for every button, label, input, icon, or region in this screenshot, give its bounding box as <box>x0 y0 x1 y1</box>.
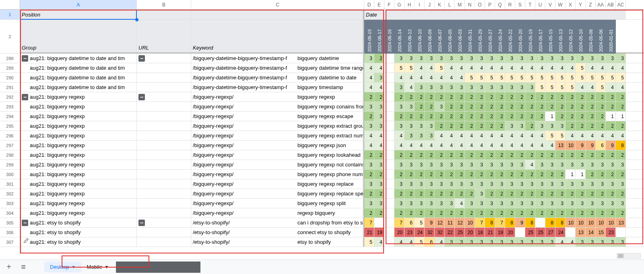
rank-value-cell[interactable]: 2 <box>555 102 566 111</box>
rank-value-cell[interactable]: 4 <box>435 237 445 247</box>
rank-value-cell[interactable]: 3 <box>415 179 425 189</box>
rank-value-cell[interactable]: 3 <box>455 54 465 63</box>
collapse-group-button[interactable]: − <box>22 55 28 62</box>
url-cell[interactable]: − <box>137 54 191 63</box>
rank-value-cell[interactable]: 2 <box>545 170 555 179</box>
rank-value-cell[interactable]: 3 <box>394 83 405 92</box>
collapse-url-button[interactable]: − <box>138 220 145 226</box>
rank-value-cell[interactable]: 3 <box>374 112 384 121</box>
rank-value-cell[interactable]: 4 <box>505 63 515 73</box>
rank-value-cell[interactable]: 2 <box>525 102 535 111</box>
rank-value-cell[interactable]: 3 <box>475 199 485 208</box>
url-cell[interactable] <box>137 83 191 92</box>
rank-value-cell[interactable]: 3 <box>576 54 586 63</box>
row-header-304[interactable]: 304 <box>0 208 20 218</box>
rank-value-cell[interactable]: 3 <box>505 160 515 169</box>
rank-value-cell[interactable]: 2 <box>505 102 515 111</box>
edit-pencil-icon[interactable] <box>23 237 30 244</box>
rank-value-cell[interactable]: 2 <box>425 208 435 218</box>
date-column-header[interactable]: 2024-05-12 <box>566 20 576 54</box>
all-sheets-menu-button[interactable]: ≡ <box>18 262 29 273</box>
row-header-293[interactable]: 293 <box>0 102 20 112</box>
rank-value-cell[interactable]: 2 <box>505 189 515 198</box>
collapse-url-button[interactable]: − <box>138 94 145 100</box>
url-cell[interactable] <box>137 189 191 198</box>
rank-value-cell[interactable]: 5 <box>525 73 535 82</box>
rank-value-cell[interactable]: 3 <box>525 179 535 189</box>
rank-value-cell[interactable]: 2 <box>586 150 596 160</box>
rank-value-cell[interactable]: 2 <box>535 112 545 121</box>
url-cell[interactable]: − <box>137 218 191 227</box>
url-cell[interactable] <box>137 179 191 189</box>
rank-value-cell[interactable]: 2 <box>364 189 374 198</box>
rank-value-cell[interactable]: 2 <box>445 121 455 131</box>
rank-value-cell[interactable]: 3 <box>545 160 555 169</box>
rank-value-cell[interactable]: 3 <box>435 102 445 111</box>
rank-value-cell[interactable]: 3 <box>555 199 566 208</box>
rank-value-cell[interactable]: 3 <box>485 83 495 92</box>
rank-value-cell[interactable]: 4 <box>616 83 626 92</box>
col-header-k[interactable]: K <box>435 0 445 9</box>
rank-value-cell[interactable]: 4 <box>455 199 465 208</box>
rank-value-cell[interactable]: 7 <box>475 218 485 227</box>
rank-value-cell[interactable]: 3 <box>475 179 485 189</box>
position-header-cell[interactable]: Position <box>20 10 137 19</box>
collapse-group-button[interactable]: − <box>22 220 28 226</box>
rank-value-cell[interactable]: 4 <box>455 73 465 82</box>
rank-value-cell[interactable]: 2 <box>394 92 405 102</box>
rank-value-cell[interactable]: 3 <box>465 83 475 92</box>
url-cell[interactable] <box>137 131 191 140</box>
rank-value-cell[interactable]: 3 <box>586 160 596 169</box>
rank-value-cell[interactable]: 3 <box>435 83 445 92</box>
rank-value-cell[interactable]: 2 <box>596 189 606 198</box>
rank-value-cell[interactable]: 2 <box>616 92 626 102</box>
rank-value-cell[interactable]: 2 <box>485 189 495 198</box>
date-column-header[interactable]: 2024-06-19 <box>364 20 374 54</box>
row-header-291[interactable]: 291 <box>0 83 20 92</box>
row-header-288[interactable]: 288 <box>0 54 20 63</box>
rank-value-cell[interactable]: 3 <box>555 54 566 63</box>
rank-value-cell[interactable]: 15 <box>596 228 606 237</box>
rank-value-cell[interactable]: 3 <box>445 237 455 247</box>
rank-value-cell[interactable] <box>384 141 394 150</box>
rank-value-cell[interactable]: 2 <box>566 208 576 218</box>
rank-value-cell[interactable]: 3 <box>425 199 435 208</box>
rank-value-cell[interactable]: 4 <box>535 131 545 140</box>
rank-value-cell[interactable]: 2 <box>535 150 545 160</box>
rank-value-cell[interactable]: 19 <box>495 228 505 237</box>
rank-value-cell[interactable]: 22 <box>445 228 455 237</box>
group-cell[interactable]: aug21: bigquery regexp <box>20 189 137 198</box>
rank-value-cell[interactable]: 3 <box>405 131 415 140</box>
rank-value-cell[interactable]: 4 <box>455 141 465 150</box>
group-cell[interactable]: aug21: bigquery regexp <box>20 150 137 160</box>
rank-value-cell[interactable]: 3 <box>425 121 435 131</box>
rank-value-cell[interactable]: 2 <box>525 170 535 179</box>
rank-value-cell[interactable]: 2 <box>515 112 525 121</box>
rank-value-cell[interactable] <box>384 73 394 82</box>
rank-value-cell[interactable]: 2 <box>445 208 455 218</box>
rank-value-cell[interactable]: 2 <box>465 150 475 160</box>
rank-value-cell[interactable]: 3 <box>445 199 455 208</box>
caret-down-icon[interactable]: ▼ <box>72 265 76 269</box>
rank-value-cell[interactable]: 4 <box>405 141 415 150</box>
rank-value-cell[interactable]: 2 <box>586 102 596 111</box>
rank-value-cell[interactable]: 3 <box>364 54 374 63</box>
col-header-o[interactable]: O <box>475 0 485 9</box>
collapse-group-button[interactable]: − <box>22 94 28 100</box>
date-column-header[interactable]: 2024-06-16 <box>384 20 394 54</box>
rank-value-cell[interactable]: 19 <box>374 228 384 237</box>
rank-value-cell[interactable]: 2 <box>465 170 475 179</box>
rank-value-cell[interactable]: 2 <box>415 208 425 218</box>
rank-value-cell[interactable] <box>384 208 394 218</box>
rank-value-cell[interactable]: 2 <box>576 112 586 121</box>
rank-value-cell[interactable]: 3 <box>415 199 425 208</box>
rank-value-cell[interactable]: 3 <box>535 199 545 208</box>
rank-value-cell[interactable]: 3 <box>576 237 586 247</box>
group-cell[interactable]: −aug21: etsy to shopify <box>20 218 137 227</box>
rank-value-cell[interactable]: 3 <box>445 179 455 189</box>
rank-value-cell[interactable]: 2 <box>394 150 405 160</box>
rank-value-cell[interactable]: 4 <box>515 141 525 150</box>
rank-value-cell[interactable]: 2 <box>374 170 384 179</box>
rank-value-cell[interactable]: 4 <box>394 141 405 150</box>
date-column-header[interactable]: 2024-05-22 <box>505 20 515 54</box>
